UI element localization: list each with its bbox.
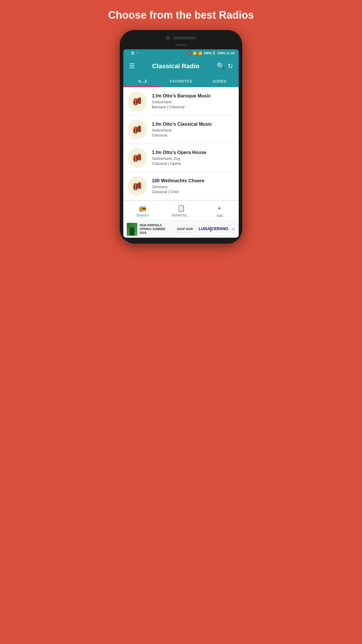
- tab-az[interactable]: A...Z: [123, 76, 162, 87]
- sorted-icon: 📋: [177, 204, 185, 212]
- ad-figure: [127, 223, 137, 236]
- tabs-container: A...Z FAVORITES ADDED: [123, 76, 239, 87]
- station-list: 1.fm Otto's Baroque Music Switzerland Ba…: [123, 87, 239, 200]
- phone-camera: [166, 36, 170, 40]
- station-genre: Classical | Choir: [152, 190, 235, 194]
- station-info: 1.fm Otto's Opera House Switzerland, Zug…: [152, 150, 235, 166]
- tab-favorites[interactable]: FAVORITES: [162, 76, 200, 87]
- page-headline: Choose from the best Radios: [108, 9, 254, 21]
- phone-speaker-small: [175, 44, 187, 46]
- status-right-info: 🔇 📶 📶 100%🔋 100% 11:24: [187, 51, 235, 55]
- status-s-icon: S: [127, 51, 130, 55]
- add-label: Add: [216, 214, 222, 218]
- nav-stations[interactable]: 📻 Stations: [123, 204, 162, 217]
- phone-speaker: [173, 36, 196, 39]
- ad-shop-button[interactable]: SHOP NOW: [174, 226, 196, 232]
- sorted-label: Sorted by ...: [172, 213, 191, 217]
- status-battery: 100%🔋: [204, 51, 216, 55]
- menu-icon[interactable]: ☰: [128, 61, 136, 71]
- search-icon[interactable]: 🔍: [215, 61, 226, 71]
- station-country: Switzerland: [152, 100, 235, 104]
- station-genre: Baroque | Classical: [152, 105, 235, 109]
- station-name: 1.fm Otto's Classical Music: [152, 122, 235, 127]
- status-twitter-icon: 🐦: [136, 51, 140, 55]
- status-time: 100% 11:24: [217, 51, 235, 55]
- status-more-icon: ···: [141, 51, 144, 55]
- station-item[interactable]: 1.fm Otto's Classical Music Switzerland …: [123, 116, 239, 144]
- station-country: Switzerland, Zug: [152, 156, 235, 161]
- bottom-nav: 📻 Stations 📋 Sorted by ... + Add: [123, 200, 239, 220]
- status-bar: S 🖼 🐦 ··· 🔇 📶 📶 100%🔋 100% 11:24: [123, 49, 239, 57]
- nav-add[interactable]: + Add: [200, 204, 239, 218]
- app-title: Classical Radio: [136, 62, 215, 70]
- nav-sorted[interactable]: 📋 Sorted by ...: [162, 204, 200, 217]
- station-logo: [127, 91, 147, 111]
- station-genre: Classical | Opera: [152, 161, 235, 166]
- status-left-icons: S 🖼 🐦 ···: [127, 51, 144, 55]
- phone-shell: S 🖼 🐦 ··· 🔇 📶 📶 100%🔋 100% 11:24 ☰ Class…: [120, 30, 242, 244]
- status-signal-icon: 📶: [198, 51, 202, 55]
- refresh-icon[interactable]: ↻: [226, 61, 234, 71]
- station-logo: [127, 148, 147, 168]
- stations-label: Stations: [136, 213, 149, 217]
- station-logo: [127, 120, 147, 139]
- ad-text: NEW ARRIVALS SPRING/ SUMMER 2018: [140, 223, 171, 235]
- status-mute-icon: 🔇: [187, 51, 191, 55]
- phone-screen: S 🖼 🐦 ··· 🔇 📶 📶 100%🔋 100% 11:24 ☰ Class…: [123, 49, 239, 238]
- station-info: 100 Weihnachts Choere Germany Classical …: [152, 178, 235, 194]
- phone-top-bar: [123, 36, 239, 40]
- station-info: 1.fm Otto's Baroque Music Switzerland Ba…: [152, 93, 235, 109]
- station-item[interactable]: 1.fm Otto's Opera House Switzerland, Zug…: [123, 144, 239, 172]
- status-image-icon: 🖼: [131, 51, 134, 55]
- ad-banner: NEW ARRIVALS SPRING/ SUMMER 2018 SHOP NO…: [123, 220, 239, 238]
- station-item[interactable]: 100 Weihnachts Choere Germany Classical …: [123, 172, 239, 200]
- add-icon: +: [217, 204, 222, 213]
- station-name: 1.fm Otto's Baroque Music: [152, 93, 235, 99]
- stations-icon: 📻: [139, 204, 147, 212]
- station-name: 1.fm Otto's Opera House: [152, 150, 235, 155]
- ad-brand: LUISA|CERANO: [198, 226, 228, 232]
- station-name: 100 Weihnachts Choere: [152, 178, 235, 183]
- station-info: 1.fm Otto's Classical Music Switzerland …: [152, 122, 235, 137]
- ad-close-icon[interactable]: ✕: [232, 227, 235, 232]
- station-item[interactable]: 1.fm Otto's Baroque Music Switzerland Ba…: [123, 87, 239, 116]
- station-country: Switzerland: [152, 128, 235, 132]
- station-genre: Classical: [152, 133, 235, 137]
- status-wifi-icon: 📶: [193, 51, 197, 55]
- tab-added[interactable]: ADDED: [200, 76, 239, 87]
- station-country: Germany: [152, 185, 235, 189]
- station-logo: [127, 176, 147, 196]
- app-bar: ☰ Classical Radio 🔍 ↻: [123, 57, 239, 76]
